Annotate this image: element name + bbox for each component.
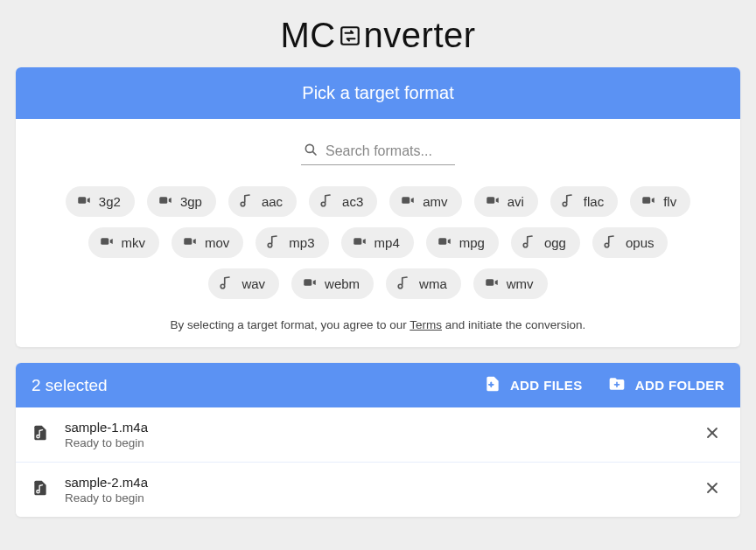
format-chip-label: wmv <box>507 276 534 291</box>
format-chip-label: flv <box>663 194 676 209</box>
file-row: sample-2.m4aReady to begin <box>16 463 740 517</box>
video-icon <box>484 275 500 293</box>
format-chip-label: flac <box>584 194 604 209</box>
add-file-icon <box>484 375 501 395</box>
app-logo: MC nverter <box>0 0 756 67</box>
video-icon <box>485 192 500 211</box>
terms-pre: By selecting a target format, you agree … <box>171 318 410 331</box>
format-chip-aac[interactable]: aac <box>228 186 297 217</box>
format-chip-3gp[interactable]: 3gp <box>147 186 216 217</box>
format-chip-wma[interactable]: wma <box>386 268 461 299</box>
remove-file-button[interactable] <box>700 421 724 449</box>
file-row: sample-1.m4aReady to begin <box>16 407 740 463</box>
format-chip-label: avi <box>508 194 524 209</box>
format-picker-title: Pick a target format <box>16 67 740 119</box>
video-icon <box>99 233 115 252</box>
add-files-label: ADD FILES <box>510 378 583 393</box>
format-chip-list: 3g23gpaacac3amvaviflacflvmkvmovmp3mp4mpg… <box>16 174 740 310</box>
terms-link[interactable]: Terms <box>410 318 442 331</box>
music-icon <box>266 233 282 252</box>
search-icon <box>303 142 318 161</box>
music-icon <box>319 192 335 211</box>
file-icon <box>32 423 49 446</box>
add-files-button[interactable]: ADD FILES <box>484 375 583 395</box>
format-chip-label: wma <box>419 276 447 291</box>
format-chip-webm[interactable]: webm <box>291 268 374 299</box>
files-header: 2 selected ADD FILES ADD FOLDER <box>16 363 740 407</box>
file-icon <box>32 478 49 501</box>
file-text: sample-1.m4aReady to begin <box>65 420 700 449</box>
file-text: sample-2.m4aReady to begin <box>65 475 700 505</box>
format-chip-mp4[interactable]: mp4 <box>341 227 414 258</box>
format-chip-wmv[interactable]: wmv <box>473 268 548 299</box>
video-icon <box>158 192 173 211</box>
format-chip-label: opus <box>626 235 654 250</box>
format-chip-flac[interactable]: flac <box>550 186 618 217</box>
video-icon <box>302 275 318 293</box>
format-chip-ogg[interactable]: ogg <box>511 227 580 258</box>
files-card: 2 selected ADD FILES ADD FOLDER sample-1… <box>16 363 740 517</box>
format-chip-mpg[interactable]: mpg <box>426 227 499 258</box>
file-list: sample-1.m4aReady to beginsample-2.m4aRe… <box>16 407 740 517</box>
file-status: Ready to begin <box>65 491 700 505</box>
logo-text-post: nverter <box>364 16 476 55</box>
format-chip-avi[interactable]: avi <box>474 186 538 217</box>
svg-point-1 <box>305 144 313 152</box>
remove-file-button[interactable] <box>700 476 724 504</box>
format-chip-opus[interactable]: opus <box>592 227 668 258</box>
format-chip-mkv[interactable]: mkv <box>88 227 160 258</box>
format-chip-label: wav <box>242 276 265 291</box>
logo-text-pre: MC <box>280 16 335 55</box>
format-chip-label: aac <box>262 194 283 209</box>
music-icon <box>603 233 619 252</box>
format-chip-label: amv <box>423 194 447 209</box>
format-chip-label: 3gp <box>180 194 202 209</box>
add-folder-button[interactable]: ADD FOLDER <box>607 375 724 395</box>
video-icon <box>352 233 368 252</box>
add-folder-icon <box>607 375 626 395</box>
format-chip-amv[interactable]: amv <box>389 186 461 217</box>
format-chip-label: ac3 <box>342 194 363 209</box>
svg-rect-0 <box>341 27 359 45</box>
music-icon <box>219 275 234 293</box>
format-chip-3g2[interactable]: 3g2 <box>66 186 135 217</box>
format-picker-card: Pick a target format 3g23gpaacac3amvavif… <box>16 67 740 347</box>
file-status: Ready to begin <box>65 436 700 449</box>
video-icon <box>182 233 198 252</box>
music-icon <box>239 192 255 211</box>
search-input-wrap[interactable] <box>301 138 455 165</box>
format-chip-label: mp3 <box>289 235 314 250</box>
file-name: sample-2.m4a <box>65 475 700 490</box>
format-chip-label: webm <box>325 276 360 291</box>
format-chip-label: mov <box>205 235 229 250</box>
format-chip-label: mp4 <box>374 235 400 250</box>
add-folder-label: ADD FOLDER <box>635 378 724 393</box>
format-chip-ac3[interactable]: ac3 <box>309 186 377 217</box>
terms-post: and initiate the conversion. <box>442 318 585 331</box>
video-icon <box>640 192 656 211</box>
video-icon <box>437 233 452 252</box>
format-chip-wav[interactable]: wav <box>208 268 279 299</box>
video-icon <box>400 192 416 211</box>
format-chip-label: mkv <box>122 235 146 250</box>
close-icon <box>704 429 721 444</box>
format-chip-label: 3g2 <box>99 194 121 209</box>
format-chip-label: mpg <box>459 235 485 250</box>
close-icon <box>704 484 721 499</box>
files-selected-count: 2 selected <box>32 376 459 395</box>
swap-icon <box>338 24 362 47</box>
music-icon <box>561 192 577 211</box>
format-chip-mov[interactable]: mov <box>172 227 243 258</box>
music-icon <box>522 233 537 252</box>
file-name: sample-1.m4a <box>65 420 700 435</box>
svg-line-2 <box>313 152 316 155</box>
video-icon <box>76 192 92 211</box>
search-input[interactable] <box>326 143 453 159</box>
format-chip-label: ogg <box>544 235 566 250</box>
music-icon <box>396 275 412 293</box>
format-chip-mp3[interactable]: mp3 <box>256 227 328 258</box>
terms-note: By selecting a target format, you agree … <box>16 310 740 347</box>
format-chip-flv[interactable]: flv <box>630 186 690 217</box>
